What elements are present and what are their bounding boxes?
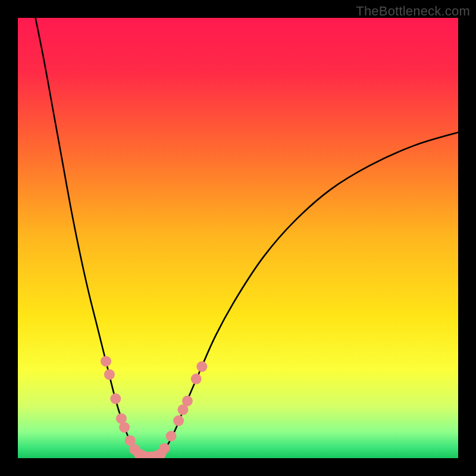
gradient-background (18, 18, 458, 458)
watermark-text: TheBottleneck.com (356, 4, 470, 19)
chart-svg (18, 18, 458, 458)
marker-dot (196, 361, 207, 372)
marker-dot (182, 396, 193, 406)
marker-dot (101, 356, 111, 367)
marker-dot (173, 415, 184, 426)
marker-dot (159, 443, 170, 454)
marker-dot (104, 369, 115, 380)
marker-dot (110, 393, 121, 404)
plot-area (18, 18, 458, 458)
outer-frame: TheBottleneck.com (0, 0, 476, 476)
marker-dot (166, 431, 177, 441)
marker-dot (191, 374, 202, 384)
marker-dot (119, 422, 130, 433)
